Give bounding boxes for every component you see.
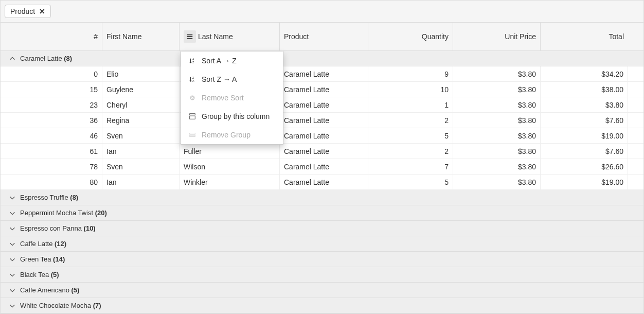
table-row[interactable]: 78SvenWilsonCaramel Latte7$3.80$26.60 <box>1 159 643 175</box>
cell-unit-price: $3.80 <box>453 144 541 159</box>
cell-product: Caramel Latte <box>280 144 368 159</box>
cell-unit-price: $3.80 <box>453 97 541 112</box>
cell-product: Caramel Latte <box>280 159 368 174</box>
chevron-up-icon <box>8 55 17 62</box>
svg-text:Z: Z <box>192 61 194 64</box>
table-row[interactable]: 0ElioCaramel Latte9$3.80$34.20 <box>1 66 643 82</box>
menu-remove-sort: Remove Sort <box>181 89 283 107</box>
column-header-total-label: Total <box>609 32 624 41</box>
chevron-down-icon <box>8 225 17 232</box>
group-tag-product[interactable]: Product ✕ <box>5 5 51 18</box>
chevron-down-icon <box>8 302 17 309</box>
cell-last-name: Fuller <box>180 144 280 159</box>
remove-sort-icon <box>187 95 198 101</box>
cell-first-name: Elio <box>102 66 180 81</box>
table-row[interactable]: 36ReginaCaramel Latte2$3.80$7.60 <box>1 113 643 128</box>
cell-num: 15 <box>1 82 102 97</box>
cell-total: $7.60 <box>541 113 628 128</box>
table-row[interactable]: 46SvenCaramel Latte5$3.80$19.00 <box>1 128 643 144</box>
group-label: Green Tea (14) <box>20 255 65 263</box>
group-label: Black Tea (5) <box>20 271 59 278</box>
cell-last-name: Wilson <box>180 159 280 174</box>
table-row[interactable]: 15GuyleneCaramel Latte10$3.80$38.00 <box>1 82 643 97</box>
cell-total: $19.00 <box>541 175 628 189</box>
column-menu-button[interactable] <box>184 30 196 43</box>
cell-num: 36 <box>1 113 102 128</box>
chevron-down-icon <box>8 240 17 248</box>
group-row-collapsed[interactable]: Caffe Latte (12) <box>1 236 643 252</box>
svg-rect-5 <box>190 114 195 115</box>
group-row-collapsed[interactable]: White Chocolate Mocha (7) <box>1 298 643 313</box>
column-header-last-name[interactable]: Last Name <box>180 23 280 50</box>
table-row[interactable]: 61IanFullerCaramel Latte2$3.80$7.60 <box>1 144 643 159</box>
cell-num: 0 <box>1 66 102 81</box>
cell-first-name: Cheryl <box>102 97 180 112</box>
column-header-qty-label: Quantity <box>422 32 449 41</box>
svg-text:Z: Z <box>192 76 194 79</box>
group-label: White Chocolate Mocha (7) <box>20 302 101 309</box>
group-row-expanded[interactable]: Caramel Latte (8) <box>1 51 643 66</box>
menu-sort-desc[interactable]: ZA Sort Z → A <box>181 70 283 89</box>
column-header-product[interactable]: Product <box>280 23 368 50</box>
svg-rect-6 <box>190 116 195 119</box>
column-context-menu: AZ Sort A → Z ZA Sort Z → A Remove Sort … <box>181 51 283 145</box>
chevron-down-icon <box>8 271 17 278</box>
column-header-num-label: # <box>94 32 98 41</box>
column-header-row: # First Name Last Name Product Quantity … <box>1 23 643 51</box>
sort-desc-icon: ZA <box>187 76 198 83</box>
svg-rect-7 <box>190 133 195 135</box>
group-row-collapsed[interactable]: Peppermint Mocha Twist (20) <box>1 205 643 221</box>
column-header-total[interactable]: Total <box>541 23 628 50</box>
column-header-num[interactable]: # <box>1 23 102 50</box>
cell-num: 46 <box>1 128 102 143</box>
cell-quantity: 2 <box>368 144 453 159</box>
cell-num: 78 <box>1 159 102 174</box>
cell-quantity: 9 <box>368 66 453 81</box>
menu-sort-asc-label: Sort A → Z <box>202 57 237 65</box>
cell-product: Caramel Latte <box>280 97 368 112</box>
table-row[interactable]: 23CherylCaramel Latte1$3.80$3.80 <box>1 97 643 113</box>
cell-unit-price: $3.80 <box>453 159 541 174</box>
column-header-quantity[interactable]: Quantity <box>368 23 453 50</box>
cell-quantity: 7 <box>368 159 453 174</box>
svg-text:A: A <box>192 58 194 61</box>
close-icon[interactable]: ✕ <box>39 7 45 15</box>
table-row[interactable]: 80IanWinklerCaramel Latte5$3.80$19.00 <box>1 175 643 190</box>
cell-first-name: Guylene <box>102 82 180 97</box>
group-row-collapsed[interactable]: Espresso Truffle (8) <box>1 190 643 205</box>
group-label: Caramel Latte (8) <box>20 55 72 62</box>
cell-total: $34.20 <box>541 66 628 81</box>
chevron-down-icon <box>8 287 17 294</box>
hamburger-icon <box>186 33 193 40</box>
cell-first-name: Regina <box>102 113 180 128</box>
column-header-unit-price[interactable]: Unit Price <box>453 23 541 50</box>
group-row-collapsed[interactable]: Green Tea (14) <box>1 252 643 267</box>
cell-unit-price: $3.80 <box>453 128 541 143</box>
column-header-price-label: Unit Price <box>505 32 536 41</box>
sort-asc-icon: AZ <box>187 57 198 64</box>
cell-product: Caramel Latte <box>280 66 368 81</box>
column-header-first-name[interactable]: First Name <box>102 23 180 50</box>
menu-remove-group: Remove Group <box>181 126 283 144</box>
menu-group-by[interactable]: Group by this column <box>181 107 283 126</box>
group-label: Espresso con Panna (10) <box>20 224 96 232</box>
cell-product: Caramel Latte <box>280 82 368 97</box>
cell-first-name: Ian <box>102 175 180 189</box>
menu-sort-asc[interactable]: AZ Sort A → Z <box>181 51 283 70</box>
menu-remove-sort-label: Remove Sort <box>202 94 244 102</box>
cell-quantity: 5 <box>368 175 453 189</box>
chevron-down-icon <box>8 210 17 217</box>
group-row-collapsed[interactable]: Espresso con Panna (10) <box>1 221 643 236</box>
cell-total: $19.00 <box>541 128 628 143</box>
cell-unit-price: $3.80 <box>453 66 541 81</box>
cell-product: Caramel Latte <box>280 175 368 189</box>
group-row-collapsed[interactable]: Caffe Americano (5) <box>1 283 643 298</box>
grid-body[interactable]: Caramel Latte (8) 0ElioCaramel Latte9$3.… <box>1 51 643 314</box>
group-label: Espresso Truffle (8) <box>20 194 78 201</box>
cell-num: 61 <box>1 144 102 159</box>
menu-group-by-label: Group by this column <box>202 112 270 120</box>
cell-num: 23 <box>1 97 102 112</box>
cell-first-name: Ian <box>102 144 180 159</box>
svg-rect-8 <box>190 135 195 137</box>
group-row-collapsed[interactable]: Black Tea (5) <box>1 267 643 283</box>
